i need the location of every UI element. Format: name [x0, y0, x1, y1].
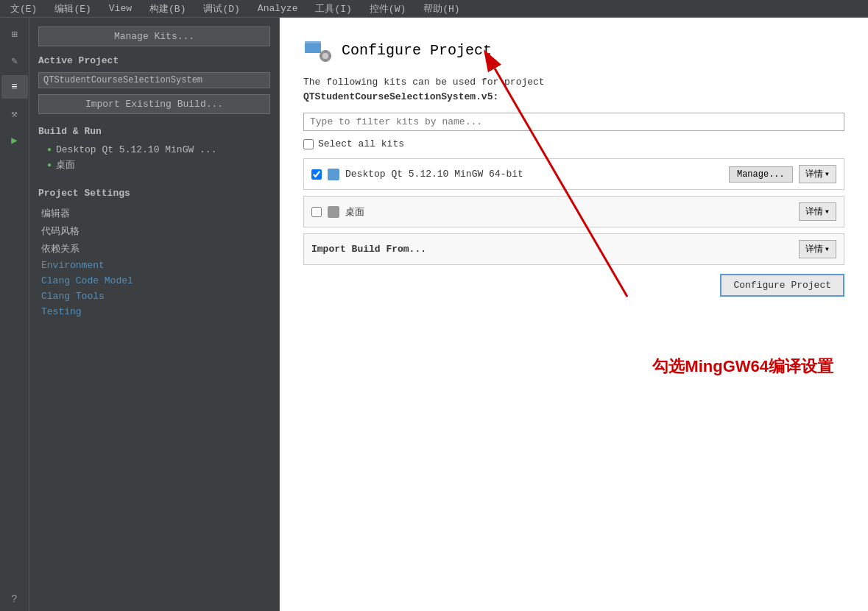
build-icon[interactable]: ⚒: [1, 102, 28, 125]
main-layout: ⊞ ✎ ≡ ⚒ ▶ ? Manage Kits... Active Projec…: [0, 18, 868, 611]
content-area: Configure Project The following kits can…: [280, 18, 868, 611]
active-dot-mingw: ●: [47, 146, 52, 154]
build-run-item-desktop: ● 桌面: [38, 157, 270, 173]
configure-project-title: Configure Project: [342, 42, 492, 59]
debug-icon[interactable]: ▶: [1, 128, 28, 152]
kit-detail-button-desktop[interactable]: 详情 ▾: [799, 202, 836, 221]
build-run-mingw-label: Desktop Qt 5.12.10 MinGW ...: [56, 144, 216, 155]
filter-kits-input[interactable]: [303, 113, 844, 131]
active-dot-desktop: ●: [47, 161, 52, 169]
settings-clang-code-model[interactable]: Clang Code Model: [38, 273, 270, 289]
active-project-label: Active Project: [38, 55, 270, 66]
settings-code-style[interactable]: 代码风格: [38, 222, 270, 240]
select-all-label: Select all kits: [318, 138, 404, 149]
sidebar: Manage Kits... Active Project QTStudentC…: [29, 18, 280, 611]
import-build-row: Import Build From... 详情 ▾: [303, 233, 844, 265]
build-run-desktop-label: 桌面: [56, 158, 75, 172]
project-settings-label: Project Settings: [38, 188, 270, 199]
settings-clang-tools[interactable]: Clang Tools: [38, 289, 270, 304]
configure-project-icon: [303, 35, 333, 65]
welcome-icon[interactable]: ⊞: [1, 22, 28, 46]
kit-row-mingw: Desktop Qt 5.12.10 MinGW 64-bit Manage..…: [303, 158, 844, 190]
configure-description: The following kits can be used for proje…: [303, 75, 844, 104]
menu-analyze[interactable]: Analyze: [253, 1, 303, 15]
select-all-checkbox[interactable]: [303, 139, 314, 149]
import-build-label: Import Build From...: [311, 244, 799, 255]
kit-checkbox-mingw[interactable]: [311, 169, 322, 180]
svg-rect-1: [305, 43, 321, 53]
kit-icon-desktop: [328, 206, 339, 218]
select-all-row: Select all kits: [303, 138, 844, 149]
menu-control[interactable]: 控件(W): [365, 1, 410, 17]
manage-kits-button[interactable]: Manage Kits...: [38, 27, 270, 46]
configure-title-row: Configure Project: [303, 35, 844, 65]
kit-row-desktop: 桌面 详情 ▾: [303, 196, 844, 227]
svg-rect-5: [325, 60, 327, 62]
build-run-section: Build & Run ● Desktop Qt 5.12.10 MinGW .…: [38, 126, 270, 173]
settings-testing[interactable]: Testing: [38, 304, 270, 319]
menu-build[interactable]: 构建(B): [145, 1, 190, 17]
kit-icon-mingw: [328, 169, 339, 180]
help-icon[interactable]: ?: [1, 587, 28, 611]
menu-tools[interactable]: 工具(I): [311, 1, 356, 17]
kit-label-mingw: Desktop Qt 5.12.10 MinGW 64-bit: [345, 169, 723, 180]
import-detail-chevron-icon: ▾: [825, 244, 830, 255]
icon-bar: ⊞ ✎ ≡ ⚒ ▶ ?: [0, 18, 29, 611]
build-run-item-mingw: ● Desktop Qt 5.12.10 MinGW ...: [38, 143, 270, 157]
settings-environment[interactable]: Environment: [38, 258, 270, 273]
kit-detail-button-mingw[interactable]: 详情 ▾: [799, 165, 836, 183]
detail-chevron-icon: ▾: [825, 169, 830, 180]
menu-bar: 文(E) 编辑(E) View 构建(B) 调试(D) Analyze 工具(I…: [0, 0, 868, 18]
kit-label-desktop: 桌面: [345, 205, 793, 219]
active-project-select[interactable]: QTStudentCourseSelectionSystem: [38, 72, 270, 88]
kit-checkbox-desktop[interactable]: [311, 207, 322, 217]
menu-file[interactable]: 文(E): [6, 1, 41, 17]
settings-editor[interactable]: 编辑器: [38, 205, 270, 222]
menu-view[interactable]: View: [105, 1, 136, 15]
build-run-label: Build & Run: [38, 126, 270, 137]
svg-point-3: [322, 53, 328, 59]
menu-edit[interactable]: 编辑(E): [50, 1, 95, 17]
import-existing-build-button[interactable]: Import Existing Build...: [38, 94, 270, 114]
configure-project-button[interactable]: Configure Project: [720, 274, 844, 297]
import-detail-button[interactable]: 详情 ▾: [799, 240, 836, 258]
svg-rect-6: [320, 55, 322, 57]
kit-manage-button-mingw[interactable]: Manage...: [729, 166, 793, 183]
menu-help[interactable]: 帮助(H): [419, 1, 464, 17]
settings-dependencies[interactable]: 依赖关系: [38, 240, 270, 258]
detail-chevron-icon-2: ▾: [825, 206, 830, 217]
menu-debug[interactable]: 调试(D): [199, 1, 244, 17]
project-icon[interactable]: ≡: [1, 75, 28, 99]
svg-rect-7: [329, 55, 331, 57]
project-settings-section: Project Settings 编辑器 代码风格 依赖关系 Environme…: [38, 188, 270, 319]
annotation-text: 勾选MingGW64编译设置: [652, 356, 833, 378]
svg-rect-4: [325, 50, 327, 52]
edit-icon[interactable]: ✎: [1, 49, 28, 72]
